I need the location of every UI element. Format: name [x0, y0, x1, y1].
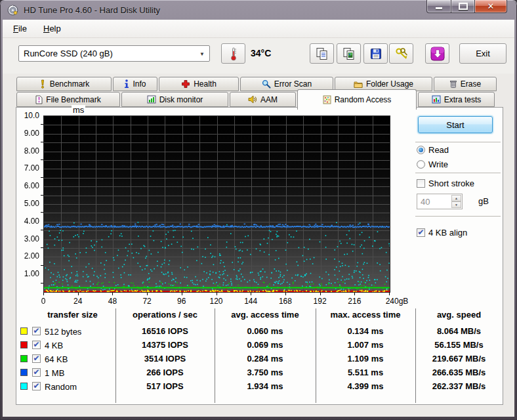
minimize-button[interactable]	[426, 0, 451, 13]
tab-disk-monitor[interactable]: Disk monitor	[121, 92, 228, 107]
tab-label: Error Scan	[274, 79, 312, 89]
column-header-operations: operations / sec	[115, 310, 215, 320]
row-checkbox-1mb[interactable]: ✔	[32, 368, 41, 377]
tab-label: Erase	[461, 79, 481, 89]
tab-health[interactable]: Health	[159, 77, 239, 91]
check-icon: ✔	[33, 354, 39, 362]
temperature-value: 34°C	[251, 48, 271, 58]
exit-button[interactable]: Exit	[459, 43, 507, 64]
avg-speed-value: 262.337 MB/s	[415, 381, 503, 391]
write-label: Write	[428, 159, 448, 169]
window-controls: ✕	[426, 0, 507, 13]
tab-label: AAM	[260, 95, 278, 104]
max-access-value: 0.134 ms	[316, 326, 415, 336]
drive-select-value: RunCore SSD (240 gB)	[24, 49, 113, 58]
table-row: ✔ 64 KB 3514 IOPS 0.284 ms 1.109 ms 219.…	[16, 352, 503, 366]
row-checkbox-4kb[interactable]: ✔	[32, 341, 41, 349]
transfer-size-label: 1 MB	[45, 368, 64, 378]
tab-random-access[interactable]: Random Access	[297, 89, 417, 110]
maximize-icon	[459, 3, 468, 10]
dotted-page-icon	[323, 95, 331, 104]
menu-bar: File Help	[3, 20, 514, 38]
y-tick-label: 2.00	[17, 251, 39, 261]
spinner-up-button[interactable]: ▲	[451, 195, 461, 201]
temperature-button[interactable]	[221, 43, 245, 64]
avg-access-value: 0.069 ms	[215, 340, 316, 350]
row-checkbox-random[interactable]: ✔	[32, 382, 41, 390]
copy-image-icon	[342, 47, 356, 61]
tab-erase[interactable]: Erase	[434, 77, 497, 91]
tab-label: Disk monitor	[159, 95, 203, 104]
tab-label: File Benchmark	[46, 95, 100, 104]
tab-benchmark[interactable]: Benchmark	[16, 77, 112, 91]
spinner-down-button[interactable]: ▼	[451, 201, 461, 208]
check-icon: ✔	[33, 327, 39, 335]
ops-value: 16516 IOPS	[115, 326, 215, 336]
menu-file[interactable]: File	[9, 22, 31, 35]
y-tick-label: 3.00	[17, 234, 39, 243]
stroke-size-spinner[interactable]: 40 ▲ ▼	[417, 194, 463, 209]
x-axis-tick	[285, 293, 286, 295]
row-checkbox-64kb[interactable]: ✔	[32, 354, 41, 363]
column-header-transfer-size: transfer size	[30, 310, 115, 320]
align-option[interactable]: ✔ 4 KB align	[417, 228, 467, 238]
speaker-icon	[248, 95, 257, 104]
close-icon: ✕	[487, 2, 495, 10]
short-stroke-option[interactable]: Short stroke	[417, 178, 474, 188]
write-radio[interactable]	[417, 160, 425, 169]
x-tick-label: 144	[236, 297, 265, 306]
exit-label: Exit	[476, 49, 490, 58]
read-radio[interactable]	[417, 146, 425, 154]
options-button[interactable]	[389, 43, 413, 64]
tab-label: Random Access	[335, 95, 392, 104]
read-option[interactable]: Read	[417, 145, 449, 155]
window-title: HD Tune Pro 4.60 - Hard Disk Utility	[24, 5, 160, 15]
table-row: ✔ 1 MB 266 IOPS 3.750 ms 5.511 ms 266.63…	[16, 366, 503, 379]
copy-image-button[interactable]	[337, 43, 361, 64]
y-axis-tick	[41, 283, 43, 284]
access-time-chart	[43, 116, 390, 293]
align-checkbox[interactable]: ✔	[417, 228, 425, 237]
start-button[interactable]: Start	[418, 116, 493, 133]
row-checkbox-512b[interactable]: ✔	[32, 327, 41, 335]
tab-label: Benchmark	[50, 79, 90, 89]
legend-color-random	[20, 383, 28, 390]
read-label: Read	[428, 145, 449, 155]
y-tick-label: 10.0	[17, 111, 39, 120]
tab-info[interactable]: Info	[113, 77, 157, 91]
tab-extra-tests[interactable]: Extra tests	[418, 92, 495, 107]
ops-value: 266 IOPS	[115, 368, 215, 377]
x-tick-label: 48	[98, 297, 127, 306]
drive-select-dropdown[interactable]: RunCore SSD (240 gB) ▼	[18, 45, 210, 62]
avg-speed-value: 219.667 MB/s	[415, 354, 503, 364]
tab-file-benchmark[interactable]: File Benchmark	[16, 92, 120, 107]
update-button[interactable]	[425, 43, 449, 64]
legend-color-512b	[20, 327, 28, 335]
close-button[interactable]: ✕	[475, 0, 507, 13]
tab-label: Health	[194, 79, 217, 89]
avg-speed-value: 56.155 MB/s	[415, 340, 503, 350]
write-option[interactable]: Write	[417, 159, 448, 169]
maximize-button[interactable]	[451, 0, 475, 13]
copy-text-button[interactable]	[310, 43, 334, 64]
x-axis-tick	[320, 293, 321, 295]
y-axis-tick	[41, 212, 43, 213]
transfer-size-label: 64 KB	[45, 354, 68, 364]
max-access-value: 1.109 ms	[316, 354, 415, 364]
menu-help[interactable]: Help	[39, 22, 65, 35]
x-tick-label: 168	[271, 297, 300, 306]
check-icon: ✔	[33, 341, 39, 348]
tab-aam[interactable]: AAM	[230, 92, 296, 107]
table-row: ✔ Random 517 IOPS 1.934 ms 4.399 ms 262.…	[16, 380, 503, 393]
short-stroke-checkbox[interactable]	[417, 179, 425, 188]
app-icon	[7, 5, 18, 16]
check-icon: ✔	[417, 228, 424, 236]
save-button[interactable]	[363, 43, 388, 64]
save-icon	[369, 47, 383, 60]
spinner-buttons: ▲ ▼	[451, 195, 461, 208]
y-axis-tick	[41, 142, 43, 142]
y-axis-tick	[41, 247, 43, 248]
avg-speed-value: 8.064 MB/s	[415, 326, 503, 336]
x-axis-tick	[182, 293, 182, 295]
exclamation-icon	[39, 79, 47, 89]
